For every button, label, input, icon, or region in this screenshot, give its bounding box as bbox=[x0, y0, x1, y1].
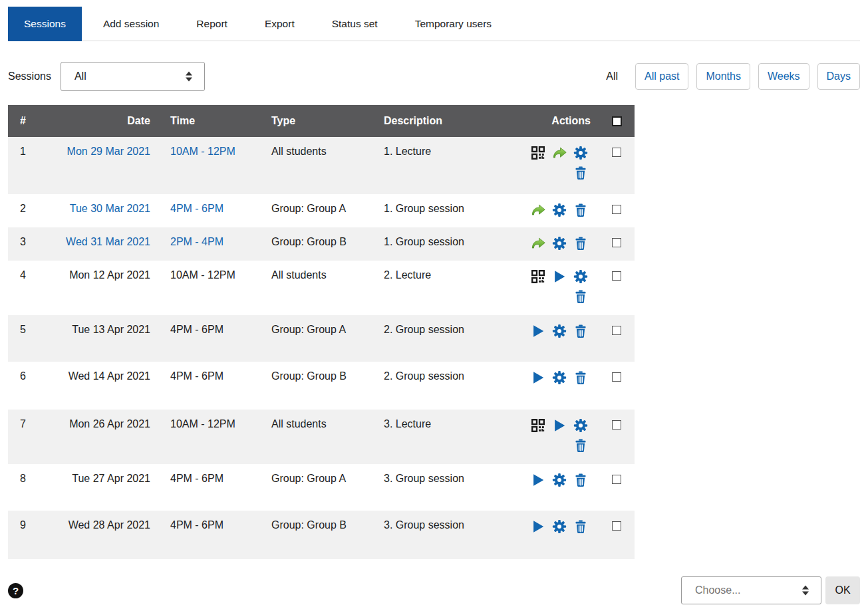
gear-icon[interactable] bbox=[552, 203, 567, 217]
header-type: Type bbox=[264, 105, 376, 137]
tab-temporary-users[interactable]: Temporary users bbox=[399, 7, 507, 41]
session-time: 4PM - 6PM bbox=[170, 519, 223, 531]
tab-report[interactable]: Report bbox=[180, 7, 243, 41]
row-checkbox[interactable] bbox=[612, 205, 621, 214]
table-row: 7Mon 26 Apr 202110AM - 12PMAll students3… bbox=[8, 410, 635, 464]
session-number: 5 bbox=[20, 324, 26, 335]
session-actions bbox=[523, 416, 588, 455]
row-checkbox[interactable] bbox=[612, 521, 621, 531]
header-actions: Actions bbox=[496, 105, 599, 137]
bulk-action-select[interactable]: Choose... bbox=[681, 576, 821, 604]
gear-icon[interactable] bbox=[552, 519, 567, 534]
trash-icon[interactable] bbox=[573, 289, 588, 304]
session-type: Group: Group A bbox=[271, 473, 346, 484]
trash-icon[interactable] bbox=[573, 324, 588, 338]
session-number: 3 bbox=[20, 236, 26, 247]
play-icon[interactable] bbox=[531, 324, 545, 338]
table-row: 3Wed 31 Mar 20212PM - 4PMGroup: Group B1… bbox=[8, 227, 635, 261]
header-description: Description bbox=[376, 105, 496, 137]
row-checkbox[interactable] bbox=[612, 238, 621, 247]
play-icon[interactable] bbox=[531, 519, 545, 534]
session-time-link[interactable]: 10AM - 12PM bbox=[170, 146, 235, 157]
tab-export[interactable]: Export bbox=[249, 7, 311, 41]
trash-icon[interactable] bbox=[573, 203, 588, 217]
session-actions bbox=[523, 321, 588, 341]
gear-icon[interactable] bbox=[552, 370, 567, 385]
session-time: 10AM - 12PM bbox=[170, 418, 235, 430]
table-row: 9Wed 28 Apr 20214PM - 6PMGroup: Group B3… bbox=[8, 511, 635, 559]
table-row: 4Mon 12 Apr 202110AM - 12PMAll students2… bbox=[8, 261, 635, 315]
session-actions bbox=[523, 200, 588, 220]
trash-icon[interactable] bbox=[573, 519, 588, 534]
session-actions bbox=[523, 143, 588, 183]
tab-add-session[interactable]: Add session bbox=[87, 7, 175, 41]
row-checkbox[interactable] bbox=[612, 420, 621, 430]
session-date: Mon 12 Apr 2021 bbox=[69, 269, 150, 281]
session-date-link[interactable]: Mon 29 Mar 2021 bbox=[67, 146, 150, 157]
filter-bar: Sessions All All All pastMonthsWeeksDays bbox=[8, 62, 860, 91]
green-arrow-icon[interactable] bbox=[531, 203, 545, 217]
session-actions bbox=[523, 470, 588, 490]
gear-icon[interactable] bbox=[573, 269, 588, 284]
sessions-table: # Date Time Type Description Actions 1Mo… bbox=[8, 105, 635, 559]
view-button-days[interactable]: Days bbox=[817, 63, 860, 90]
bulk-action-placeholder: Choose... bbox=[695, 584, 740, 596]
session-time-link[interactable]: 4PM - 6PM bbox=[170, 203, 223, 214]
play-icon[interactable] bbox=[531, 370, 545, 385]
session-date-link[interactable]: Tue 30 Mar 2021 bbox=[70, 203, 150, 214]
session-actions bbox=[523, 233, 588, 253]
trash-icon[interactable] bbox=[573, 236, 588, 251]
view-switcher: All All pastMonthsWeeksDays bbox=[606, 63, 860, 90]
gear-icon[interactable] bbox=[573, 418, 588, 433]
session-actions bbox=[523, 517, 588, 537]
view-button-months[interactable]: Months bbox=[696, 63, 750, 90]
session-date-link[interactable]: Wed 31 Mar 2021 bbox=[66, 236, 150, 247]
play-icon[interactable] bbox=[552, 418, 567, 433]
row-checkbox[interactable] bbox=[612, 326, 621, 335]
view-current-label: All bbox=[606, 70, 618, 82]
table-row: 2Tue 30 Mar 20214PM - 6PMGroup: Group A1… bbox=[8, 194, 635, 227]
header-time: Time bbox=[161, 105, 264, 137]
select-all-checkbox[interactable] bbox=[612, 116, 622, 126]
tab-status-set[interactable]: Status set bbox=[316, 7, 394, 41]
trash-icon[interactable] bbox=[573, 438, 588, 453]
green-arrow-icon[interactable] bbox=[531, 236, 545, 251]
gear-icon[interactable] bbox=[552, 236, 567, 251]
gear-icon[interactable] bbox=[552, 473, 567, 487]
play-icon[interactable] bbox=[552, 269, 567, 284]
trash-icon[interactable] bbox=[573, 370, 588, 385]
help-icon[interactable]: ? bbox=[8, 583, 23, 598]
gear-icon[interactable] bbox=[573, 146, 588, 160]
play-icon[interactable] bbox=[531, 473, 545, 487]
row-checkbox[interactable] bbox=[612, 372, 621, 382]
row-checkbox[interactable] bbox=[612, 475, 621, 484]
session-time-link[interactable]: 2PM - 4PM bbox=[170, 236, 223, 247]
trash-icon[interactable] bbox=[573, 166, 588, 180]
row-checkbox[interactable] bbox=[612, 271, 621, 281]
session-number: 2 bbox=[20, 203, 26, 214]
sessions-filter-select[interactable]: All bbox=[61, 62, 205, 91]
view-button-all-past[interactable]: All past bbox=[635, 63, 688, 90]
tab-sessions[interactable]: Sessions bbox=[8, 7, 82, 41]
session-actions bbox=[523, 267, 588, 307]
view-button-weeks[interactable]: Weeks bbox=[758, 63, 809, 90]
ok-button[interactable]: OK bbox=[825, 576, 860, 604]
session-description: 1. Lecture bbox=[384, 146, 431, 157]
session-description: 2. Lecture bbox=[384, 269, 431, 281]
gear-icon[interactable] bbox=[552, 324, 567, 338]
qrcode-icon[interactable] bbox=[531, 269, 545, 284]
session-date: Tue 27 Apr 2021 bbox=[72, 473, 150, 484]
session-time: 4PM - 6PM bbox=[170, 473, 223, 484]
trash-icon[interactable] bbox=[573, 473, 588, 487]
footer-bar: ? Choose... OK bbox=[8, 576, 860, 604]
qrcode-icon[interactable] bbox=[531, 418, 545, 433]
sessions-filter-selected-value: All bbox=[74, 70, 86, 82]
header-date: Date bbox=[35, 105, 161, 137]
qrcode-icon[interactable] bbox=[531, 146, 545, 160]
green-arrow-icon[interactable] bbox=[552, 146, 567, 160]
sessions-filter-label: Sessions bbox=[8, 70, 51, 82]
row-checkbox[interactable] bbox=[612, 148, 621, 157]
session-type: All students bbox=[271, 418, 327, 430]
session-description: 3. Group session bbox=[384, 519, 464, 531]
session-type: Group: Group B bbox=[271, 370, 347, 382]
